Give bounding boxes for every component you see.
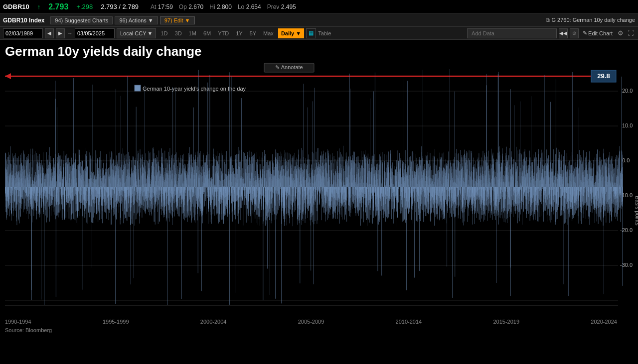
external-link-icon: ⧉ xyxy=(546,17,550,23)
ticker-symbol: GDBR10 xyxy=(3,3,29,10)
period-daily-button[interactable]: Daily ▼ xyxy=(278,28,304,38)
date-separator: → xyxy=(67,30,73,37)
hi-label: Hi xyxy=(209,3,215,10)
period-ytd-button[interactable]: YTD xyxy=(215,28,231,38)
period-6m-button[interactable]: 6M xyxy=(201,28,213,38)
fullscreen-button[interactable]: ⛶ xyxy=(627,29,635,37)
chart-title: German 10y yields daily change xyxy=(0,40,638,61)
op-value: 2.670 xyxy=(188,3,203,10)
period-3d-button[interactable]: 3D xyxy=(172,28,184,38)
period-1d-button[interactable]: 1D xyxy=(158,28,170,38)
prev-label: Prev xyxy=(267,3,280,10)
index-label: GDBR10 Index xyxy=(3,17,44,24)
ccy-button[interactable]: Local CCY ▼ xyxy=(117,28,156,38)
x-label-2020: 2020-2024 xyxy=(591,319,617,325)
ticker-range: 2.793 / 2.789 xyxy=(101,3,139,10)
x-label-2015: 2015-2019 xyxy=(493,319,519,325)
period-1y-button[interactable]: 1Y xyxy=(233,28,245,38)
ccy-chevron-icon: ▼ xyxy=(148,30,153,36)
at-label: At xyxy=(151,3,156,10)
toolbar-row2: ◀ ▶ → Local CCY ▼ 1D 3D 1M 6M YTD 1Y 5Y … xyxy=(0,27,638,40)
ticker-meta: At 17:59 Op 2.670 Hi 2.800 Lo 2.654 Prev… xyxy=(151,3,296,10)
period-1m-button[interactable]: 1M xyxy=(186,28,199,38)
toolbar-row1: GDBR10 Index 94) Suggested Charts 96) Ac… xyxy=(0,14,638,27)
ticker-arrow: ↑ xyxy=(37,3,41,10)
x-label-2005: 2005-2009 xyxy=(298,319,324,325)
chart-type-button[interactable]: ▦ xyxy=(306,28,316,38)
table-button[interactable]: Table xyxy=(318,30,331,36)
edit-chart-button[interactable]: ✎ Edit Chart xyxy=(581,30,615,36)
op-label: Op xyxy=(179,3,187,10)
date-start-input[interactable] xyxy=(3,28,43,38)
ticker-bar: GDBR10 ↑ 2.793 +.298 2.793 / 2.789 At 17… xyxy=(0,0,638,14)
edit-chart-label: Edit Chart xyxy=(588,30,613,36)
chart-canvas xyxy=(5,69,623,305)
suggested-charts-button[interactable]: 94) Suggested Charts xyxy=(50,16,113,24)
settings-button[interactable]: ⚙ xyxy=(617,29,625,37)
add-data-input[interactable] xyxy=(467,28,557,38)
actions-label: 96) Actions xyxy=(119,17,146,23)
date-end-input[interactable] xyxy=(75,28,115,38)
nav-forward-button[interactable]: ⊘ xyxy=(570,28,579,38)
date-prev-button[interactable]: ◀ xyxy=(45,28,54,38)
period-5y-button[interactable]: 5Y xyxy=(247,28,259,38)
x-axis-labels: 1990-1994 1995-1999 2000-2004 2005-2009 … xyxy=(0,318,638,326)
period-max-button[interactable]: Max xyxy=(261,28,276,38)
x-label-2000: 2000-2004 xyxy=(200,319,227,325)
x-label-1995: 1995-1999 xyxy=(103,319,129,325)
svg-text:10.0: 10.0 xyxy=(622,122,633,128)
x-label-2010: 2010-2014 xyxy=(396,319,422,325)
actions-chevron-icon: ▼ xyxy=(148,17,154,23)
at-time: 17:59 xyxy=(158,3,173,10)
x-label-1990: 1990-1994 xyxy=(5,319,31,325)
svg-text:0.0: 0.0 xyxy=(622,157,630,163)
lo-label: Lo xyxy=(238,3,244,10)
ticker-change: +.298 xyxy=(76,3,93,10)
g-label-text: G 2760: German 10y daily change xyxy=(551,17,635,23)
source-label: Source: Bloomberg xyxy=(0,326,638,335)
prev-value: 2.495 xyxy=(281,3,296,10)
actions-button[interactable]: 96) Actions ▼ xyxy=(115,16,158,24)
svg-text:Basis points: Basis points xyxy=(635,196,638,226)
hi-value: 2.800 xyxy=(217,3,232,10)
svg-text:20.0: 20.0 xyxy=(622,88,633,94)
ticker-value: 2.793 xyxy=(48,2,68,11)
ccy-label: Local CCY xyxy=(120,30,147,36)
edit-chevron-icon: ▼ xyxy=(185,17,190,23)
chart-area: 20.0 10.0 0.0 -10.0 -20.0 -30.0 Basis po… xyxy=(0,61,638,318)
date-next-button[interactable]: ▶ xyxy=(56,28,65,38)
pencil-icon: ✎ xyxy=(583,30,587,36)
nav-back-button[interactable]: ◀◀ xyxy=(559,28,568,38)
g-label: ⧉ G 2760: German 10y daily change xyxy=(546,17,635,23)
lo-value: 2.654 xyxy=(246,3,261,10)
edit-button[interactable]: 97) Edit ▼ xyxy=(160,16,195,24)
edit-label: 97) Edit xyxy=(164,17,183,23)
